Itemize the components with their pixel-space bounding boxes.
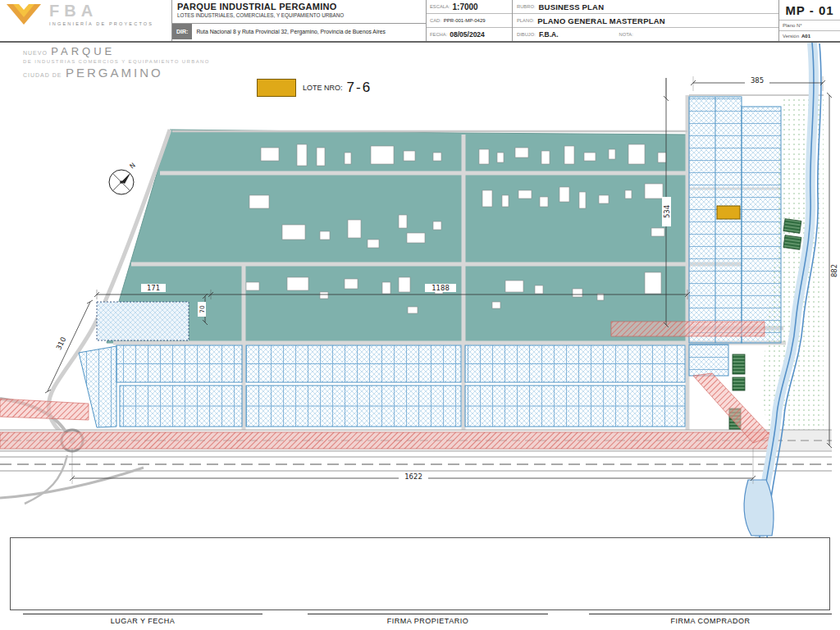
dim-882: 882	[830, 264, 838, 277]
project-subtitle: LOTES INDUSTRIALES, COMERCIALES, Y EQUIP…	[177, 12, 421, 18]
fecha-value: 08/05/2024	[450, 30, 485, 39]
rubro-value: BUSINESS PLAN	[539, 2, 605, 11]
rubro-label: RUBRO:	[517, 4, 536, 9]
dim-1188: 1188	[431, 284, 450, 292]
river-pond	[744, 480, 774, 536]
watermark-nuevo: NUEVO	[23, 50, 48, 56]
scale-meta-cell: ESCALA: 1:7000 CAD: PPR-001-MP-0429 FECH…	[427, 0, 513, 41]
version-value: A01	[801, 34, 810, 39]
company-logo-icon	[5, 2, 43, 27]
plano-value: PLANO GENERAL MASTERPLAN	[537, 16, 665, 25]
logo-tagline: INGENIERÍA DE PROYECTOS	[49, 21, 153, 26]
north-label: N	[129, 162, 137, 171]
corner-lot-area	[97, 302, 189, 340]
watermark-ciudad-de: CIUDAD DE	[23, 72, 62, 78]
logo-brand: FBA	[49, 2, 153, 19]
plan-meta-cell: RUBRO: BUSINESS PLAN PLANO: PLANO GENERA…	[513, 0, 779, 41]
legend-lot-number: 7-6	[347, 80, 372, 96]
dim-1622: 1622	[404, 472, 422, 481]
dim-171: 171	[147, 284, 160, 292]
dibujo-value: F.B.A.	[539, 30, 559, 39]
lot-color-swatch	[257, 79, 296, 97]
sig-firma-comprador: FIRMA COMPRADOR	[589, 614, 832, 625]
project-watermark: NUEVO PARQUE DE INDUSTRIAS COMERCIOS Y E…	[23, 43, 210, 80]
sig-lugar-fecha-label: LUGAR Y FECHA	[23, 614, 262, 625]
plano-number-label: Plano N°	[779, 20, 840, 30]
watermark-subtitle: DE INDUSTRIAS COMERCIOS Y EQUIPAMIENTO U…	[23, 59, 210, 64]
plano-label: PLANO:	[517, 18, 534, 23]
watermark-pergamino: PERGAMINO	[66, 66, 163, 80]
cad-value: PPR-001-MP-0429	[444, 18, 486, 23]
cad-label: CAD:	[430, 18, 441, 23]
sheet-code-cell: MP - 01 Plano N° Versión A01	[779, 0, 840, 41]
sig-lugar-fecha: LUGAR Y FECHA	[23, 614, 262, 625]
dir-label: DIR:	[172, 24, 192, 39]
industrial-area	[107, 130, 687, 343]
sheet-code: MP - 01	[779, 0, 840, 20]
dim-385: 385	[751, 76, 764, 84]
logo-cell: FBA INGENIERÍA DE PROYECTOS	[0, 0, 172, 41]
dim-70: 70	[199, 305, 206, 313]
sig-firma-comprador-label: FIRMA COMPRADOR	[589, 614, 832, 625]
fecha-label: FECHA:	[430, 32, 447, 37]
nota-label: NOTA:	[619, 32, 633, 37]
watermark-parque: PARQUE	[51, 45, 115, 57]
signature-box	[10, 537, 830, 610]
escala-label: ESCALA:	[430, 4, 450, 9]
legend: LOTE NRO: 7-6	[257, 79, 372, 97]
legend-label: LOTE NRO:	[303, 84, 343, 92]
escala-value: 1:7000	[453, 2, 478, 11]
dir-value: Ruta Nacional 8 y Ruta Provincial 32, Pe…	[196, 29, 385, 34]
dibujo-label: DIBUJO:	[517, 32, 536, 37]
sig-firma-propietario: FIRMA PROPIETARIO	[308, 614, 548, 625]
project-title-cell: PARQUE INDUSTRIAL PERGAMINO LOTES INDUST…	[172, 0, 427, 41]
highlighted-lot-7-6	[717, 206, 740, 219]
sig-firma-propietario-label: FIRMA PROPIETARIO	[308, 614, 548, 625]
dim-310: 310	[54, 336, 67, 351]
title-block: FBA INGENIERÍA DE PROYECTOS PARQUE INDUS…	[0, 0, 840, 43]
north-compass-icon: N	[109, 162, 137, 194]
dim-534: 534	[663, 205, 671, 218]
version-label: Versión	[783, 34, 799, 39]
masterplan-drawing: 1622 385 534 882 171 1188 70 310	[0, 41, 840, 537]
lot-blocks-south	[79, 345, 685, 427]
project-title: PARQUE INDUSTRIAL PERGAMINO	[177, 2, 421, 11]
